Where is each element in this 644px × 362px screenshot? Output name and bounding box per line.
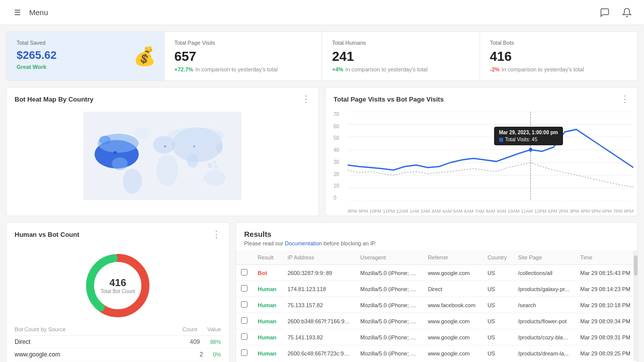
main-grid: Bot Heat Map By Country ⋮ bbox=[6, 87, 638, 216]
row-useragent: Mozilla/5.0 (iPhone; CPU iPho... bbox=[355, 313, 423, 329]
stat-visits-value: 657 bbox=[175, 49, 312, 64]
humans-badge: +4% bbox=[332, 66, 343, 72]
svg-point-12 bbox=[214, 165, 218, 169]
bot-table-row: www.google.com 2 0% bbox=[15, 348, 221, 361]
human-bot-more-btn[interactable]: ⋮ bbox=[212, 230, 221, 239]
results-wrapper: Result IP Address Useragent Referrer Cou… bbox=[236, 250, 637, 361]
svg-point-6 bbox=[156, 154, 178, 186]
scroll-indicator[interactable] bbox=[633, 250, 637, 361]
bot-value: 98% bbox=[210, 339, 221, 345]
results-doc-link[interactable]: Documentation bbox=[285, 240, 322, 246]
svg-point-14 bbox=[216, 143, 223, 153]
bot-value: 0% bbox=[213, 351, 221, 357]
bot-rows-container: Direct 409 98% www.google.com 2 0% www.f… bbox=[15, 336, 221, 362]
th-country: Country bbox=[482, 250, 513, 265]
row-checkbox[interactable] bbox=[236, 313, 253, 329]
table-row: Human 174.81.123.118 Mozilla/5.0 (iPhone… bbox=[236, 281, 637, 297]
world-map bbox=[15, 112, 310, 200]
row-checkbox[interactable] bbox=[236, 345, 253, 361]
line-chart-card: Total Page Visits vs Bot Page Visits ⋮ 7… bbox=[325, 87, 638, 216]
row-type: Human bbox=[253, 313, 282, 329]
row-country: US bbox=[482, 281, 513, 297]
chart-container: 70 60 50 40 30 20 10 0 bbox=[326, 108, 637, 216]
bell-icon[interactable] bbox=[620, 6, 634, 20]
menu-icon[interactable]: ☰ bbox=[10, 6, 24, 20]
results-card: Results Please read our Documentation be… bbox=[235, 222, 638, 362]
stat-bots-value: 416 bbox=[490, 49, 628, 64]
visits-badge: +72.7% bbox=[175, 66, 194, 72]
bots-badge: -2% bbox=[490, 66, 500, 72]
bot-source-header: Bot Count by Source bbox=[15, 326, 183, 332]
row-country: US bbox=[482, 297, 513, 313]
svg-point-10 bbox=[187, 154, 198, 168]
row-page: /products/cozy-blan... bbox=[513, 329, 575, 345]
line-chart-title: Total Page Visits vs Bot Page Visits bbox=[334, 96, 444, 103]
row-useragent: Mozilla/5.0 (iPhone; CPU iPho... bbox=[355, 297, 423, 313]
th-referrer: Referrer bbox=[423, 250, 482, 265]
donut-container: 416 Total Bot Count bbox=[7, 243, 229, 323]
results-table: Result IP Address Useragent Referrer Cou… bbox=[236, 250, 637, 361]
table-scroll: Result IP Address Useragent Referrer Cou… bbox=[236, 250, 637, 361]
row-checkbox[interactable] bbox=[236, 281, 253, 297]
tooltip-date: Mar 29, 2023, 1:00:00 pm bbox=[499, 130, 558, 135]
th-page: Site Page bbox=[513, 250, 575, 265]
row-checkbox[interactable] bbox=[236, 265, 253, 281]
header-right bbox=[598, 6, 634, 20]
svg-point-13 bbox=[213, 160, 216, 163]
stat-bots: Total Bots 416 -2% In comparison to yest… bbox=[480, 32, 638, 80]
svg-point-18 bbox=[164, 145, 166, 147]
chart-svg bbox=[348, 112, 633, 201]
row-ip: 75.133.157.82 bbox=[282, 297, 355, 313]
row-ip: 2600:6c48:667f:723c:90ba:90... bbox=[282, 345, 355, 361]
bot-table-header: Bot Count by Source Count Value bbox=[15, 323, 221, 336]
row-useragent: Mozilla/5.0 (iPhone; CPU iPho... bbox=[355, 265, 423, 281]
row-useragent: Mozilla/5.0 (iPhone; CPU iPho... bbox=[355, 345, 423, 361]
tooltip-value: Total Visits: 45 bbox=[499, 137, 558, 142]
table-row: Human 75.141.193.82 Mozilla/5.0 (iPhone;… bbox=[236, 329, 637, 345]
th-time: Time bbox=[575, 250, 637, 265]
row-time: Mar 29 08:15:43 PM bbox=[575, 265, 637, 281]
humans-sub-text: In comparison to yesterday's total bbox=[345, 66, 428, 72]
row-referrer: www.google.com bbox=[423, 313, 482, 329]
stat-saved: Total Saved $265.62 Great Work 💰 bbox=[7, 32, 165, 80]
table-row: Bot 2600:3287:9:9::89 Mozilla/5.0 (iPhon… bbox=[236, 265, 637, 281]
table-row: Human 75.133.157.82 Mozilla/5.0 (iPhone;… bbox=[236, 297, 637, 313]
th-checkbox bbox=[236, 250, 253, 265]
row-checkbox[interactable] bbox=[236, 329, 253, 345]
row-referrer: www.facebook.com bbox=[423, 297, 482, 313]
row-useragent: Mozilla/5.0 (iPhone; CPU iPho... bbox=[355, 329, 423, 345]
row-type: Human bbox=[253, 329, 282, 345]
header-left: ☰ Menu bbox=[10, 6, 48, 20]
row-time: Mar 29 08:14:23 PM bbox=[575, 281, 637, 297]
bot-table: Bot Count by Source Count Value Direct 4… bbox=[7, 323, 229, 362]
stats-row: Total Saved $265.62 Great Work 💰 Total P… bbox=[6, 31, 638, 81]
row-type: Bot bbox=[253, 265, 282, 281]
row-page: /products/galaxy-pr... bbox=[513, 281, 575, 297]
heatmap-more-btn[interactable]: ⋮ bbox=[301, 95, 310, 104]
bot-table-row: Direct 409 98% bbox=[15, 336, 221, 348]
chart-x-labels: 8PM 9PM 10PM 11PM 12AM 1AM 2AM 3AM 4AM 5… bbox=[348, 209, 633, 214]
heatmap-header: Bot Heat Map By Country ⋮ bbox=[7, 87, 318, 108]
th-useragent: Useragent bbox=[355, 250, 423, 265]
row-country: US bbox=[482, 345, 513, 361]
bot-count: 2 bbox=[200, 351, 203, 358]
stat-humans: Total Humans 241 +4% In comparison to ye… bbox=[322, 32, 480, 80]
chat-icon[interactable] bbox=[598, 6, 612, 20]
tooltip-dot bbox=[499, 138, 503, 142]
stat-humans-sub: +4% In comparison to yesterday's total bbox=[332, 66, 469, 72]
stat-page-visits: Total Page Visits 657 +72.7% In comparis… bbox=[165, 32, 323, 80]
stat-visits-sub: +72.7% In comparison to yesterday's tota… bbox=[175, 66, 312, 72]
row-checkbox[interactable] bbox=[236, 297, 253, 313]
svg-point-15 bbox=[135, 127, 149, 139]
results-desc-prefix: Please read our bbox=[244, 240, 285, 246]
row-time: Mar 29 08:10:18 PM bbox=[575, 297, 637, 313]
row-ip: 2600:b348:667f:7166:90ba:90... bbox=[282, 313, 355, 329]
results-title: Results bbox=[244, 230, 629, 238]
row-ip: 2600:3287:9:9::89 bbox=[282, 265, 355, 281]
map-container bbox=[7, 108, 318, 208]
line-chart-more-btn[interactable]: ⋮ bbox=[620, 95, 629, 104]
results-thead: Result IP Address Useragent Referrer Cou… bbox=[236, 250, 637, 265]
row-ip: 75.141.193.82 bbox=[282, 329, 355, 345]
visits-sub-text: In comparison to yesterday's total bbox=[195, 66, 278, 72]
row-referrer: www.google.com bbox=[423, 265, 482, 281]
